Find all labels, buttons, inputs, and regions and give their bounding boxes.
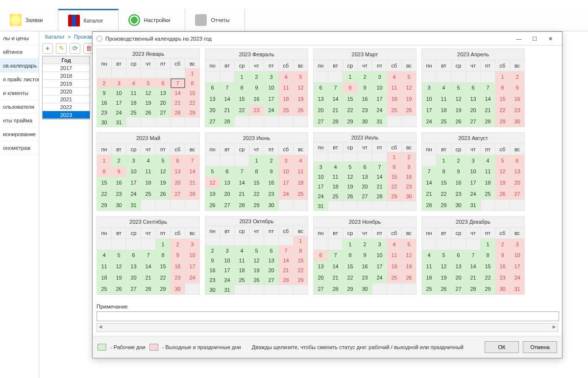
day-cell[interactable]: 19 — [402, 261, 416, 272]
day-cell[interactable]: 22 — [343, 105, 358, 116]
day-cell[interactable]: 26 — [294, 105, 308, 116]
day-cell[interactable]: 18 — [141, 177, 156, 189]
day-cell[interactable]: 7 — [422, 166, 437, 177]
day-cell[interactable]: 1 — [185, 69, 200, 78]
day-cell[interactable]: 9 — [264, 166, 279, 177]
day-cell[interactable]: 6 — [314, 82, 328, 94]
day-cell[interactable]: 3 — [185, 238, 200, 250]
day-cell[interactable]: 3 — [126, 155, 141, 166]
day-cell[interactable]: 6 — [126, 250, 141, 261]
day-cell[interactable]: 15 — [343, 261, 358, 272]
day-cell[interactable]: 25 — [387, 105, 402, 116]
day-cell[interactable]: 4 — [294, 155, 308, 166]
day-cell[interactable]: 8 — [343, 250, 358, 261]
day-cell[interactable]: 15 — [481, 261, 495, 272]
day-cell[interactable]: 23 — [171, 272, 185, 284]
day-cell[interactable]: 1 — [294, 236, 308, 246]
day-cell[interactable]: 18 — [235, 265, 249, 275]
day-cell[interactable]: 22 — [343, 272, 358, 284]
day-cell[interactable]: 18 — [437, 105, 451, 116]
day-cell[interactable]: 11 — [481, 166, 495, 177]
day-cell[interactable]: 13 — [126, 261, 141, 272]
day-cell[interactable]: 21 — [466, 272, 481, 284]
day-cell[interactable]: 25 — [437, 116, 451, 127]
day-cell[interactable]: 7 — [372, 162, 387, 172]
day-cell[interactable]: 24 — [112, 108, 126, 118]
day-cell[interactable]: 17 — [372, 261, 387, 272]
day-cell[interactable]: 25 — [126, 108, 141, 118]
day-cell[interactable]: 8 — [235, 82, 249, 94]
day-cell[interactable]: 18 — [387, 94, 402, 105]
day-cell[interactable]: 18 — [279, 94, 294, 105]
day-cell[interactable]: 29 — [97, 200, 112, 211]
year-item[interactable]: 2021 — [43, 95, 90, 103]
day-cell[interactable]: 9 — [358, 250, 372, 261]
day-cell[interactable]: 30 — [264, 200, 279, 211]
breadcrumb-root[interactable]: Каталог — [45, 34, 65, 40]
day-cell[interactable]: 15 — [294, 256, 308, 265]
day-cell[interactable]: 29 — [156, 284, 171, 295]
day-cell[interactable]: 3 — [279, 155, 294, 166]
day-cell[interactable]: 12 — [249, 256, 264, 265]
sidebar-item[interactable]: ользователи — [0, 100, 39, 114]
day-cell[interactable]: 13 — [171, 166, 185, 177]
day-cell[interactable]: 8 — [185, 78, 200, 88]
day-cell[interactable]: 16 — [264, 177, 279, 189]
day-cell[interactable]: 5 — [294, 71, 308, 82]
day-cell[interactable]: 15 — [343, 94, 358, 105]
day-cell[interactable]: 2 — [249, 71, 264, 82]
day-cell[interactable]: 17 — [126, 177, 141, 189]
day-cell[interactable]: 7 — [185, 155, 200, 166]
day-cell[interactable]: 30 — [495, 284, 510, 295]
day-cell[interactable]: 15 — [185, 88, 200, 98]
day-cell[interactable]: 5 — [451, 82, 466, 94]
day-cell[interactable]: 20 — [126, 272, 141, 284]
day-cell[interactable]: 1 — [437, 155, 451, 166]
day-cell[interactable]: 6 — [205, 82, 220, 94]
day-cell[interactable]: 30 — [510, 116, 525, 127]
day-cell[interactable]: 29 — [185, 108, 200, 118]
day-cell[interactable]: 14 — [481, 94, 495, 105]
day-cell[interactable]: 19 — [112, 272, 126, 284]
day-cell[interactable]: 27 — [314, 116, 328, 127]
day-cell[interactable]: 5 — [495, 155, 510, 166]
day-cell[interactable]: 1 — [387, 152, 402, 162]
day-cell[interactable]: 10 — [279, 166, 294, 177]
day-cell[interactable]: 24 — [510, 272, 525, 284]
day-cell[interactable]: 4 — [235, 246, 249, 256]
day-cell[interactable]: 1 — [97, 155, 112, 166]
sidebar-item[interactable]: нты прайма — [0, 114, 39, 127]
day-cell[interactable]: 20 — [171, 177, 185, 189]
day-cell[interactable]: 20 — [314, 105, 328, 116]
day-cell[interactable]: 24 — [264, 105, 279, 116]
day-cell[interactable]: 12 — [112, 261, 126, 272]
day-cell[interactable]: 16 — [249, 94, 264, 105]
day-cell[interactable]: 14 — [171, 88, 185, 98]
day-cell[interactable]: 17 — [220, 265, 235, 275]
day-cell[interactable]: 12 — [437, 261, 451, 272]
day-cell[interactable]: 28 — [279, 275, 294, 285]
day-cell[interactable]: 29 — [437, 200, 451, 211]
day-cell[interactable]: 18 — [422, 272, 437, 284]
day-cell[interactable]: 18 — [387, 261, 402, 272]
day-cell[interactable]: 28 — [235, 200, 249, 211]
day-cell[interactable]: 14 — [235, 177, 249, 189]
day-cell[interactable]: 21 — [220, 105, 235, 116]
day-cell[interactable]: 1 — [343, 238, 358, 250]
day-cell[interactable]: 18 — [328, 182, 343, 191]
year-item[interactable]: 2019 — [43, 80, 90, 88]
day-cell[interactable]: 18 — [97, 272, 112, 284]
day-cell[interactable]: 27 — [466, 116, 481, 127]
day-cell[interactable]: 24 — [422, 116, 437, 127]
day-cell[interactable]: 19 — [343, 182, 358, 191]
day-cell[interactable]: 23 — [358, 105, 372, 116]
day-cell[interactable]: 16 — [495, 261, 510, 272]
day-cell[interactable]: 6 — [220, 166, 235, 177]
year-item[interactable]: 2017 — [43, 64, 90, 72]
day-cell[interactable]: 9 — [402, 162, 416, 172]
day-cell[interactable]: 4 — [126, 78, 141, 88]
day-cell[interactable]: 20 — [156, 98, 171, 108]
day-cell[interactable]: 24 — [372, 105, 387, 116]
day-cell[interactable]: 26 — [495, 189, 510, 200]
day-cell[interactable]: 24 — [372, 272, 387, 284]
